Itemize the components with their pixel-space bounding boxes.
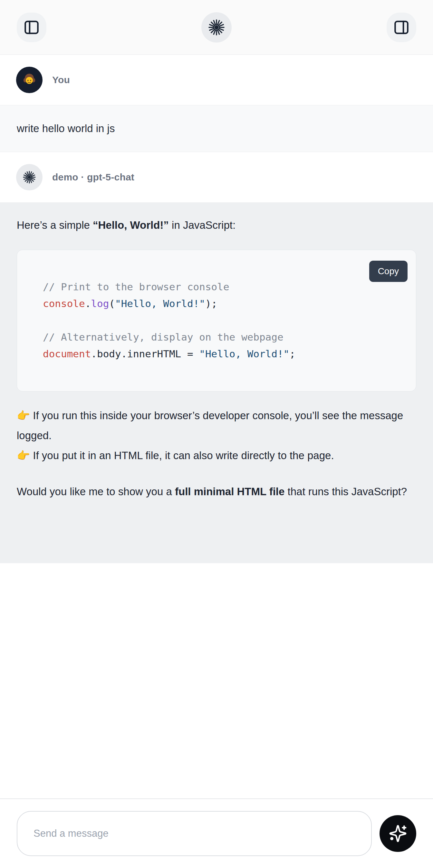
starburst-icon: [208, 19, 225, 36]
starburst-icon: [22, 170, 36, 184]
code-line: document.body.innerHTML = "Hello, World!…: [43, 345, 406, 362]
send-button[interactable]: [379, 815, 416, 852]
panel-right-icon: [393, 19, 410, 36]
user-avatar: [16, 67, 42, 93]
assistant-avatar: [16, 164, 42, 190]
assistant-intro-text: Here’s a simple “Hello, World!” in JavaS…: [17, 216, 416, 235]
sidebar-right-toggle-button[interactable]: [386, 12, 416, 42]
sparkles-icon: [389, 824, 407, 843]
sidebar-left-toggle-button[interactable]: [17, 12, 47, 42]
pointing-right-emoji: 👉: [17, 409, 30, 422]
copy-button[interactable]: Copy: [369, 261, 407, 282]
intro-post: in JavaScript:: [169, 219, 236, 231]
code-line: // Alternatively, display on the webpage: [43, 329, 406, 345]
empty-scroll-area: [0, 563, 433, 798]
intro-bold: “Hello, World!”: [93, 219, 169, 231]
user-message-panel: write hello world in js: [0, 105, 433, 152]
tip2-text: If you put it in an HTML file, it can al…: [30, 450, 334, 461]
question-bold: full minimal HTML file: [175, 486, 284, 497]
question-post: that runs this JavaScript?: [284, 486, 407, 497]
user-author-row: You: [0, 55, 433, 105]
message-input[interactable]: [17, 811, 372, 856]
user-message-text: write hello world in js: [17, 122, 115, 135]
top-bar: [0, 0, 433, 55]
panel-left-icon: [23, 19, 40, 36]
code-content: // Print to the browser console console.…: [17, 250, 416, 362]
assistant-author-row: demo · gpt-5-chat: [0, 152, 433, 202]
user-author-label: You: [52, 74, 70, 85]
message-composer-bar: [0, 798, 433, 868]
person-emoji-icon: [21, 72, 37, 88]
assistant-tips-text: 👉 If you run this inside your browser’s …: [17, 406, 416, 466]
intro-pre: Here’s a simple: [17, 219, 93, 231]
code-line-empty: [43, 312, 406, 329]
tip1-text: If you run this inside your browser’s de…: [17, 409, 403, 441]
model-spinner-button[interactable]: [202, 12, 231, 42]
code-block: Copy // Print to the browser console con…: [17, 250, 416, 392]
pointing-right-emoji: 👉: [17, 450, 30, 461]
chat-app: You write hello world in js demo: [0, 0, 433, 868]
code-line: console.log("Hello, World!");: [43, 295, 406, 312]
assistant-question-text: Would you like me to show you a full min…: [17, 482, 416, 502]
question-pre: Would you like me to show you a: [17, 486, 175, 497]
assistant-message-panel: Here’s a simple “Hello, World!” in JavaS…: [0, 202, 433, 563]
assistant-author-label: demo · gpt-5-chat: [52, 172, 134, 183]
code-line: // Print to the browser console: [43, 278, 406, 295]
